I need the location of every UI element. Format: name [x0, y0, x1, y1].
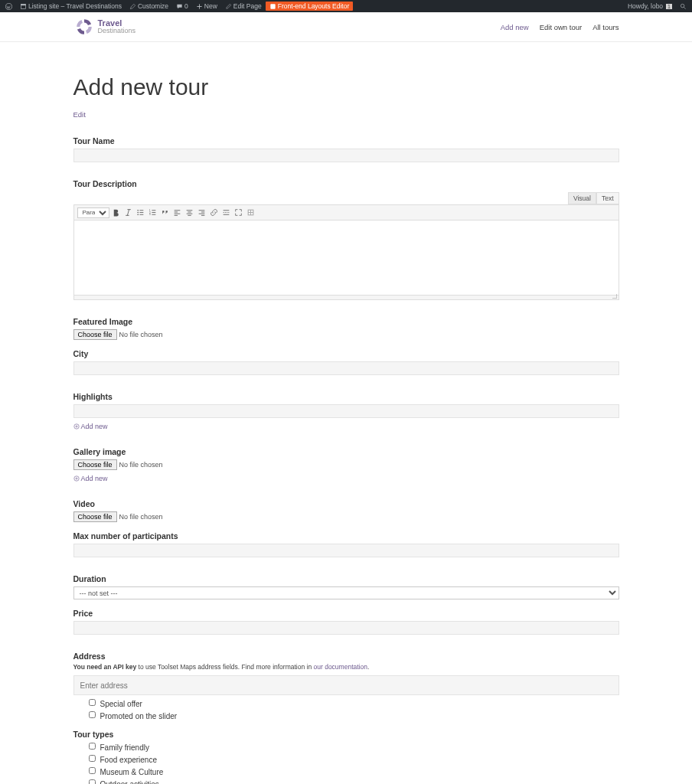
editor-body[interactable]: [73, 220, 619, 296]
howdy-user[interactable]: Howdy, lobo1: [624, 2, 676, 10]
svg-rect-12: [248, 211, 250, 212]
label-highlights: Highlights: [73, 392, 619, 401]
video-choose-file[interactable]: Choose file: [73, 511, 117, 522]
label-video: Video: [73, 499, 619, 508]
svg-rect-2: [21, 4, 25, 5]
video-file-status: No file chosen: [119, 513, 163, 521]
gallery-choose-file[interactable]: Choose file: [73, 459, 117, 470]
gallery-add-new[interactable]: Add new: [73, 475, 619, 482]
logo-subtitle: Destinations: [98, 28, 136, 34]
quote-icon[interactable]: [159, 207, 171, 218]
svg-point-4: [681, 4, 684, 8]
format-select[interactable]: Paragraph: [77, 207, 109, 218]
city-input[interactable]: [73, 361, 619, 375]
flag-special-offer[interactable]: Special offer: [89, 700, 619, 708]
logo[interactable]: TravelDestinations: [73, 16, 136, 38]
number-list-icon[interactable]: 123: [147, 207, 158, 218]
logo-icon: [73, 16, 95, 38]
primary-nav: Add new Edit own tour All tours: [501, 23, 619, 31]
editor-toolbar: Paragraph 123: [73, 204, 619, 220]
wp-logo[interactable]: [2, 3, 16, 10]
svg-text:3: 3: [149, 213, 151, 216]
label-tour-name: Tour Name: [73, 136, 619, 145]
api-key-notice: You need an API key to use Toolset Maps …: [73, 663, 619, 671]
max-participants-input[interactable]: [73, 544, 619, 557]
fullscreen-icon[interactable]: [233, 207, 244, 218]
editor-resize-handle[interactable]: [73, 296, 619, 300]
svg-point-6: [137, 212, 139, 214]
featured-choose-file[interactable]: Choose file: [73, 329, 117, 340]
align-left-icon[interactable]: [171, 207, 183, 218]
type-outdoor[interactable]: Outdoor activities: [89, 780, 619, 784]
label-gallery: Gallery image: [73, 447, 619, 456]
bullet-list-icon[interactable]: [135, 207, 146, 218]
align-center-icon[interactable]: [184, 207, 195, 218]
edit-link[interactable]: Edit: [73, 110, 86, 119]
label-duration: Duration: [73, 574, 619, 583]
type-food[interactable]: Food experience: [89, 756, 619, 764]
nav-add-new[interactable]: Add new: [501, 23, 529, 31]
nav-all-tours[interactable]: All tours: [592, 23, 619, 31]
readmore-icon[interactable]: [220, 207, 232, 218]
edit-page-link[interactable]: Edit Page: [221, 2, 266, 10]
align-right-icon[interactable]: [196, 207, 207, 218]
avatar-icon: 1: [666, 4, 672, 9]
svg-point-7: [137, 214, 139, 215]
svg-rect-14: [248, 213, 250, 214]
tour-name-input[interactable]: [73, 149, 619, 162]
label-city: City: [73, 349, 619, 358]
link-icon[interactable]: [208, 207, 220, 218]
comments-link[interactable]: 0: [172, 2, 192, 10]
type-museum[interactable]: Museum & Culture: [89, 768, 619, 776]
customize-link[interactable]: Customize: [126, 2, 172, 10]
svg-point-5: [137, 210, 139, 211]
nav-edit-own-tour[interactable]: Edit own tour: [540, 23, 582, 31]
label-price: Price: [73, 609, 619, 618]
site-header: TravelDestinations Add new Edit own tour…: [0, 12, 692, 42]
price-input[interactable]: [73, 621, 619, 635]
page-title: Add new tour: [73, 74, 619, 100]
site-name-link[interactable]: Listing site – Travel Destinations: [16, 2, 126, 10]
label-address: Address: [73, 652, 619, 661]
label-tour-description: Tour Description: [73, 179, 619, 188]
wp-admin-bar: Listing site – Travel Destinations Custo…: [0, 0, 692, 12]
highlights-input[interactable]: [73, 404, 619, 418]
featured-file-status: No file chosen: [119, 331, 163, 338]
label-max-participants: Max number of participants: [73, 531, 619, 541]
editor-tab-text[interactable]: Text: [596, 192, 619, 204]
svg-rect-15: [251, 213, 253, 214]
gallery-file-status: No file chosen: [119, 461, 163, 469]
address-input[interactable]: [73, 675, 619, 695]
frontend-layouts-editor[interactable]: Front-end Layouts Editor: [266, 2, 354, 11]
svg-point-0: [5, 3, 11, 9]
flag-promoted[interactable]: Promoted on the slider: [89, 712, 619, 720]
toolbar-toggle-icon[interactable]: [245, 207, 256, 218]
editor-tab-visual[interactable]: Visual: [568, 192, 596, 204]
duration-select[interactable]: --- not set ---: [73, 586, 619, 599]
italic-icon[interactable]: [122, 207, 134, 218]
svg-rect-3: [270, 4, 275, 8]
type-family[interactable]: Family friendly: [89, 743, 619, 752]
new-link[interactable]: New: [192, 2, 221, 10]
label-featured-image: Featured Image: [73, 317, 619, 326]
bold-icon[interactable]: [110, 207, 122, 218]
highlights-add-new[interactable]: Add new: [73, 423, 619, 430]
label-tour-types: Tour types: [73, 730, 619, 739]
documentation-link[interactable]: our documentation: [314, 663, 367, 671]
search-icon[interactable]: [676, 3, 690, 10]
svg-rect-13: [251, 211, 253, 212]
